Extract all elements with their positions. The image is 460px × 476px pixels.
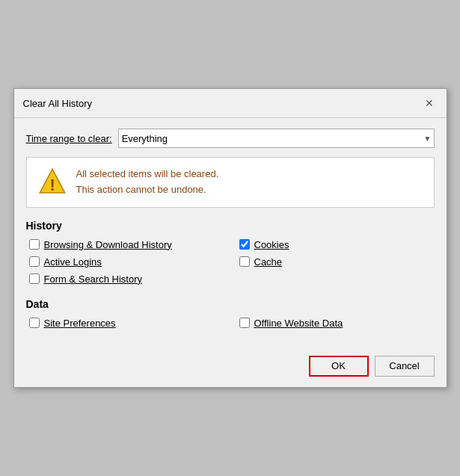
browsing-checkbox[interactable] [29,239,40,250]
cookies-label[interactable]: Cookies [254,239,289,250]
data-section: Data Site Preferences Offline Website Da… [26,298,435,329]
time-range-select[interactable]: Everything Last Hour Last Two Hours Last… [118,129,435,148]
history-checkboxes-grid: Browsing & Download History Cookies Acti… [26,239,435,285]
checkbox-browsing: Browsing & Download History [29,239,224,250]
logins-label[interactable]: Active Logins [44,256,102,268]
warning-line1: All selected items will be cleared. [76,167,219,182]
forms-checkbox[interactable] [29,273,40,284]
time-range-label: Time range to clear: [26,133,112,144]
clear-history-dialog: Clear All History ✕ Time range to clear:… [13,88,447,388]
site-prefs-label[interactable]: Site Preferences [44,318,116,329]
cache-label[interactable]: Cache [254,256,283,268]
time-range-row: Time range to clear: Everything Last Hou… [26,129,435,148]
ok-button[interactable]: OK [309,356,369,377]
browsing-label[interactable]: Browsing & Download History [44,239,172,250]
cache-checkbox[interactable] [239,256,250,267]
warning-box: ! All selected items will be cleared. Th… [26,157,435,208]
dialog-body: Time range to clear: Everything Last Hou… [14,118,447,348]
cancel-button[interactable]: Cancel [375,356,435,377]
dialog-title: Clear All History [23,98,92,109]
cookies-checkbox[interactable] [239,239,250,250]
offline-checkbox[interactable] [239,318,250,328]
warning-icon: ! [37,167,67,197]
offline-label[interactable]: Offline Website Data [254,318,343,329]
warning-text: All selected items will be cleared. This… [76,167,219,198]
dialog-footer: OK Cancel [14,348,447,387]
history-section: History Browsing & Download History Cook… [26,220,435,285]
checkbox-cache: Cache [239,256,435,268]
forms-label[interactable]: Form & Search History [44,273,142,285]
checkbox-logins: Active Logins [29,256,224,268]
data-checkboxes-grid: Site Preferences Offline Website Data [26,318,435,329]
warning-line2: This action cannot be undone. [76,182,219,198]
logins-checkbox[interactable] [29,256,40,267]
time-range-select-wrapper: Everything Last Hour Last Two Hours Last… [118,129,435,148]
title-bar: Clear All History ✕ [14,89,447,118]
checkbox-forms: Form & Search History [29,273,224,285]
site-prefs-checkbox[interactable] [29,318,40,328]
checkbox-site-prefs: Site Preferences [29,318,224,329]
close-button[interactable]: ✕ [421,95,438,111]
history-section-title: History [26,220,435,232]
checkbox-offline: Offline Website Data [239,318,435,329]
data-section-title: Data [26,298,435,310]
checkbox-cookies: Cookies [239,239,435,250]
svg-text:!: ! [49,176,55,194]
